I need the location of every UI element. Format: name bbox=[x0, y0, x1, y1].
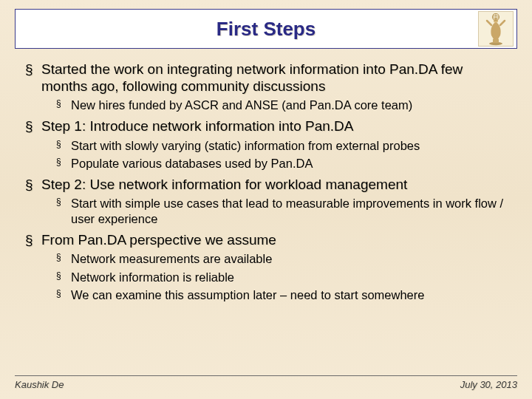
bullet-item: Step 2: Use network information for work… bbox=[25, 176, 507, 227]
atlas-logo bbox=[478, 11, 514, 47]
sub-item: We can examine this assumption later – n… bbox=[52, 287, 507, 303]
footer-date: July 30, 2013 bbox=[460, 379, 517, 390]
sub-list: Start with simple use cases that lead to… bbox=[41, 196, 507, 227]
footer-author: Kaushik De bbox=[15, 379, 64, 390]
bullet-item: From Pan.DA perspective we assume Networ… bbox=[25, 231, 507, 303]
bullet-text: Step 1: Introduce network information in… bbox=[41, 118, 353, 134]
bullet-text: From Pan.DA perspective we assume bbox=[41, 232, 276, 248]
sub-item: Start with slowly varying (static) infor… bbox=[52, 138, 507, 154]
slide-content: Started the work on integrating network … bbox=[0, 55, 532, 303]
atlas-statue-icon bbox=[481, 13, 511, 46]
footer-divider bbox=[15, 375, 517, 376]
sub-item: Network measurements are available bbox=[52, 251, 507, 267]
sub-list: New hires funded by ASCR and ANSE (and P… bbox=[41, 98, 507, 113]
bullet-list: Started the work on integrating network … bbox=[25, 61, 507, 303]
bullet-text: Step 2: Use network information for work… bbox=[41, 177, 407, 192]
title-bar: First Steps bbox=[15, 9, 517, 49]
sub-item: Populate various databases used by Pan.D… bbox=[52, 156, 507, 171]
bullet-item: Step 1: Introduce network information in… bbox=[25, 117, 507, 171]
bullet-text: Started the work on integrating network … bbox=[41, 61, 463, 94]
bullet-item: Started the work on integrating network … bbox=[25, 61, 507, 113]
sub-list: Start with slowly varying (static) infor… bbox=[41, 138, 507, 171]
svg-rect-1 bbox=[493, 39, 499, 43]
sub-item: Start with simple use cases that lead to… bbox=[52, 196, 507, 227]
sub-item: Network information is reliable bbox=[52, 270, 507, 285]
slide-footer: Kaushik De July 30, 2013 bbox=[15, 375, 517, 390]
slide-title: First Steps bbox=[216, 18, 316, 41]
sub-list: Network measurements are available Netwo… bbox=[41, 251, 507, 302]
sub-item: New hires funded by ASCR and ANSE (and P… bbox=[52, 98, 507, 113]
